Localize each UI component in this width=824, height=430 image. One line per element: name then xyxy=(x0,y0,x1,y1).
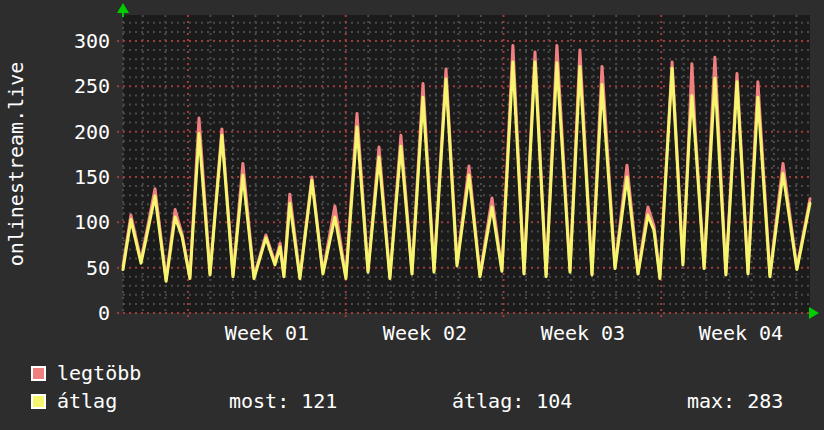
x-axis-label: Week 01 xyxy=(177,321,357,345)
y-axis-title: onlinestream.live xyxy=(4,62,28,267)
y-axis-label: 50 xyxy=(38,256,110,280)
legend-swatch-atlag xyxy=(31,394,46,409)
stat-max: max: 283 xyxy=(687,389,783,413)
legend-label-legtobb: legtöbb xyxy=(57,361,141,385)
legend-label-atlag: átlag xyxy=(57,389,117,413)
stat-most: most: 121 xyxy=(229,389,337,413)
x-axis-label: Week 04 xyxy=(651,321,824,345)
x-axis-label: Week 02 xyxy=(335,321,515,345)
y-axis-label: 150 xyxy=(38,165,110,189)
y-axis-label: 100 xyxy=(38,210,110,234)
y-axis-label: 300 xyxy=(38,29,110,53)
stat-atlag: átlag: 104 xyxy=(452,389,572,413)
y-axis-label: 0 xyxy=(38,301,110,325)
x-axis-label: Week 03 xyxy=(493,321,673,345)
x-axis-arrow-icon xyxy=(809,307,819,319)
legend-swatch-legtobb xyxy=(31,366,46,381)
rrd-graph-panel: onlinestream.live 050100150200250300 Wee… xyxy=(0,0,824,430)
y-axis-label: 250 xyxy=(38,74,110,98)
y-axis-label: 200 xyxy=(38,120,110,144)
y-axis-arrow-stem xyxy=(122,13,124,17)
y-axis-arrow-icon xyxy=(117,3,129,13)
